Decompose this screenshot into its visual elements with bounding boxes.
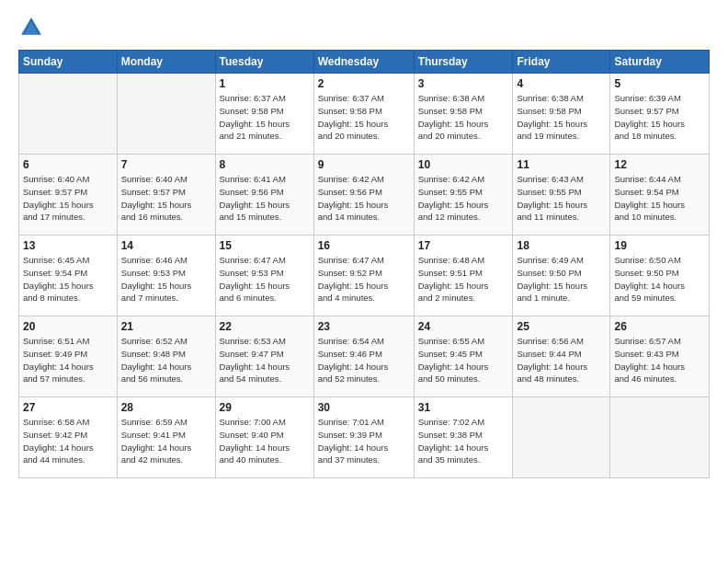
calendar-cell: 13Sunrise: 6:45 AMSunset: 9:54 PMDayligh…	[19, 236, 118, 316]
day-number: 31	[418, 401, 509, 414]
day-number: 26	[614, 320, 705, 333]
day-info: Sunrise: 6:47 AMSunset: 9:53 PMDaylight:…	[220, 254, 310, 304]
calendar-cell: 18Sunrise: 6:49 AMSunset: 9:50 PMDayligh…	[513, 236, 610, 316]
calendar-cell: 5Sunrise: 6:39 AMSunset: 9:57 PMDaylight…	[610, 74, 710, 155]
calendar-week: 13Sunrise: 6:45 AMSunset: 9:54 PMDayligh…	[19, 236, 710, 316]
calendar-cell: 7Sunrise: 6:40 AMSunset: 9:57 PMDaylight…	[117, 155, 215, 236]
weekday-header: Sunday	[19, 51, 118, 74]
day-number: 1	[220, 77, 310, 90]
day-info: Sunrise: 6:43 AMSunset: 9:55 PMDaylight:…	[517, 173, 606, 224]
calendar-cell	[19, 74, 118, 155]
calendar-cell: 26Sunrise: 6:57 AMSunset: 9:43 PMDayligh…	[610, 316, 710, 397]
day-info: Sunrise: 6:42 AMSunset: 9:56 PMDaylight:…	[318, 173, 410, 224]
day-number: 3	[418, 77, 509, 90]
calendar-cell: 1Sunrise: 6:37 AMSunset: 9:58 PMDaylight…	[215, 74, 313, 155]
day-info: Sunrise: 6:53 AMSunset: 9:47 PMDaylight:…	[220, 335, 310, 385]
day-number: 24	[418, 320, 509, 333]
logo	[18, 15, 48, 40]
calendar-cell: 8Sunrise: 6:41 AMSunset: 9:56 PMDaylight…	[215, 155, 313, 236]
weekday-row: SundayMondayTuesdayWednesdayThursdayFrid…	[19, 51, 710, 74]
calendar-cell: 30Sunrise: 7:01 AMSunset: 9:39 PMDayligh…	[313, 397, 414, 478]
calendar-cell: 31Sunrise: 7:02 AMSunset: 9:38 PMDayligh…	[414, 397, 513, 478]
day-info: Sunrise: 6:57 AMSunset: 9:43 PMDaylight:…	[614, 335, 705, 385]
day-info: Sunrise: 6:40 AMSunset: 9:57 PMDaylight:…	[121, 173, 211, 224]
day-info: Sunrise: 6:44 AMSunset: 9:54 PMDaylight:…	[614, 173, 705, 224]
calendar-cell: 28Sunrise: 6:59 AMSunset: 9:41 PMDayligh…	[117, 397, 215, 478]
calendar-cell: 9Sunrise: 6:42 AMSunset: 9:56 PMDaylight…	[313, 155, 414, 236]
day-info: Sunrise: 6:48 AMSunset: 9:51 PMDaylight:…	[418, 254, 509, 304]
day-info: Sunrise: 7:02 AMSunset: 9:38 PMDaylight:…	[418, 416, 509, 466]
calendar-cell: 4Sunrise: 6:38 AMSunset: 9:58 PMDaylight…	[513, 74, 610, 155]
day-info: Sunrise: 6:46 AMSunset: 9:53 PMDaylight:…	[121, 254, 211, 304]
day-info: Sunrise: 6:40 AMSunset: 9:57 PMDaylight:…	[23, 173, 113, 224]
day-info: Sunrise: 6:38 AMSunset: 9:58 PMDaylight:…	[418, 92, 509, 143]
calendar-cell	[513, 397, 610, 478]
day-info: Sunrise: 7:01 AMSunset: 9:39 PMDaylight:…	[318, 416, 410, 466]
calendar-cell: 10Sunrise: 6:42 AMSunset: 9:55 PMDayligh…	[414, 155, 513, 236]
day-number: 18	[517, 239, 606, 252]
day-number: 4	[517, 77, 606, 90]
header	[18, 15, 710, 40]
calendar-cell: 16Sunrise: 6:47 AMSunset: 9:52 PMDayligh…	[313, 236, 414, 316]
day-info: Sunrise: 6:37 AMSunset: 9:58 PMDaylight:…	[220, 92, 310, 143]
calendar-cell: 2Sunrise: 6:37 AMSunset: 9:58 PMDaylight…	[313, 74, 414, 155]
day-info: Sunrise: 6:38 AMSunset: 9:58 PMDaylight:…	[517, 92, 606, 143]
day-info: Sunrise: 6:50 AMSunset: 9:50 PMDaylight:…	[614, 254, 705, 304]
day-number: 21	[121, 320, 211, 333]
calendar-cell: 21Sunrise: 6:52 AMSunset: 9:48 PMDayligh…	[117, 316, 215, 397]
day-number: 2	[318, 77, 410, 90]
day-info: Sunrise: 6:51 AMSunset: 9:49 PMDaylight:…	[23, 335, 113, 385]
day-number: 13	[23, 239, 113, 252]
calendar-week: 27Sunrise: 6:58 AMSunset: 9:42 PMDayligh…	[19, 397, 710, 478]
page: SundayMondayTuesdayWednesdayThursdayFrid…	[0, 0, 728, 563]
day-number: 6	[23, 158, 113, 171]
calendar-cell: 22Sunrise: 6:53 AMSunset: 9:47 PMDayligh…	[215, 316, 313, 397]
day-number: 17	[418, 239, 509, 252]
calendar-cell: 15Sunrise: 6:47 AMSunset: 9:53 PMDayligh…	[215, 236, 313, 316]
day-number: 27	[23, 401, 113, 414]
calendar-cell: 24Sunrise: 6:55 AMSunset: 9:45 PMDayligh…	[414, 316, 513, 397]
day-number: 15	[220, 239, 310, 252]
day-number: 23	[318, 320, 410, 333]
calendar-cell: 23Sunrise: 6:54 AMSunset: 9:46 PMDayligh…	[313, 316, 414, 397]
day-number: 22	[220, 320, 310, 333]
day-info: Sunrise: 6:55 AMSunset: 9:45 PMDaylight:…	[418, 335, 509, 385]
weekday-header: Saturday	[610, 51, 710, 74]
calendar-cell: 14Sunrise: 6:46 AMSunset: 9:53 PMDayligh…	[117, 236, 215, 316]
day-info: Sunrise: 6:47 AMSunset: 9:52 PMDaylight:…	[318, 254, 410, 304]
weekday-header: Tuesday	[215, 51, 313, 74]
day-info: Sunrise: 6:41 AMSunset: 9:56 PMDaylight:…	[220, 173, 310, 224]
calendar-cell: 19Sunrise: 6:50 AMSunset: 9:50 PMDayligh…	[610, 236, 710, 316]
day-info: Sunrise: 6:58 AMSunset: 9:42 PMDaylight:…	[23, 416, 113, 466]
day-number: 8	[220, 158, 310, 171]
weekday-header: Monday	[117, 51, 215, 74]
calendar-cell: 29Sunrise: 7:00 AMSunset: 9:40 PMDayligh…	[215, 397, 313, 478]
day-number: 7	[121, 158, 211, 171]
day-info: Sunrise: 6:37 AMSunset: 9:58 PMDaylight:…	[318, 92, 410, 143]
weekday-header: Friday	[513, 51, 610, 74]
calendar-cell	[610, 397, 710, 478]
logo-icon	[18, 15, 44, 40]
weekday-header: Thursday	[414, 51, 513, 74]
day-number: 28	[121, 401, 211, 414]
calendar-header: SundayMondayTuesdayWednesdayThursdayFrid…	[19, 51, 710, 74]
calendar-cell: 27Sunrise: 6:58 AMSunset: 9:42 PMDayligh…	[19, 397, 118, 478]
calendar-cell	[117, 74, 215, 155]
day-info: Sunrise: 7:00 AMSunset: 9:40 PMDaylight:…	[220, 416, 310, 466]
calendar-week: 6Sunrise: 6:40 AMSunset: 9:57 PMDaylight…	[19, 155, 710, 236]
calendar-cell: 20Sunrise: 6:51 AMSunset: 9:49 PMDayligh…	[19, 316, 118, 397]
day-number: 11	[517, 158, 606, 171]
day-info: Sunrise: 6:49 AMSunset: 9:50 PMDaylight:…	[517, 254, 606, 304]
day-number: 5	[614, 77, 705, 90]
day-info: Sunrise: 6:52 AMSunset: 9:48 PMDaylight:…	[121, 335, 211, 385]
day-info: Sunrise: 6:56 AMSunset: 9:44 PMDaylight:…	[517, 335, 606, 385]
day-number: 12	[614, 158, 705, 171]
calendar-week: 20Sunrise: 6:51 AMSunset: 9:49 PMDayligh…	[19, 316, 710, 397]
weekday-header: Wednesday	[313, 51, 414, 74]
calendar-week: 1Sunrise: 6:37 AMSunset: 9:58 PMDaylight…	[19, 74, 710, 155]
day-number: 30	[318, 401, 410, 414]
calendar-cell: 3Sunrise: 6:38 AMSunset: 9:58 PMDaylight…	[414, 74, 513, 155]
calendar: SundayMondayTuesdayWednesdayThursdayFrid…	[18, 50, 710, 478]
day-info: Sunrise: 6:42 AMSunset: 9:55 PMDaylight:…	[418, 173, 509, 224]
calendar-cell: 11Sunrise: 6:43 AMSunset: 9:55 PMDayligh…	[513, 155, 610, 236]
